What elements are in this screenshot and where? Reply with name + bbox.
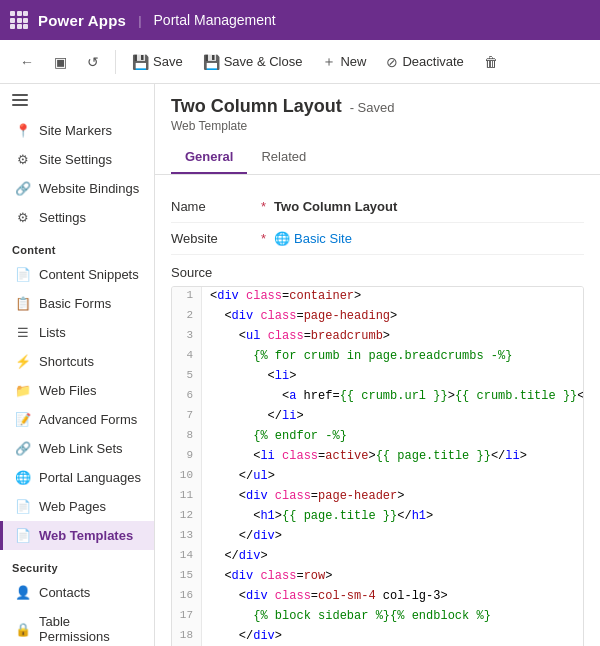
line-code: {% block sidebar %}{% endblock %}	[202, 607, 499, 627]
website-value: Basic Site	[294, 231, 352, 246]
back-button[interactable]: ←	[12, 49, 42, 75]
page-tabs: General Related	[171, 141, 584, 174]
content-snippets-icon: 📄	[15, 267, 31, 282]
line-number: 18	[172, 627, 202, 646]
tab-related[interactable]: Related	[247, 141, 320, 174]
portal-name: Portal Management	[154, 12, 276, 28]
page-view-button[interactable]: ▣	[46, 49, 75, 75]
code-line: 7 </li>	[172, 407, 583, 427]
page-header: Two Column Layout - Saved Web Template G…	[155, 84, 600, 175]
code-line: 15 <div class=row>	[172, 567, 583, 587]
line-number: 4	[172, 347, 202, 367]
sidebar-item-label: Content Snippets	[39, 267, 139, 282]
sidebar-item-content-snippets[interactable]: 📄 Content Snippets	[0, 260, 154, 289]
line-number: 17	[172, 607, 202, 627]
delete-icon: 🗑	[484, 54, 498, 70]
sidebar-item-web-link-sets[interactable]: 🔗 Web Link Sets	[0, 434, 154, 463]
sidebar-item-label: Contacts	[39, 585, 90, 600]
sidebar-item-website-bindings[interactable]: 🔗 Website Bindings	[0, 174, 154, 203]
line-number: 2	[172, 307, 202, 327]
sidebar-item-label: Web Files	[39, 383, 97, 398]
website-required: *	[261, 231, 266, 246]
code-line: 9 <li class=active>{{ page.title }}</li>	[172, 447, 583, 467]
sidebar-item-label: Portal Languages	[39, 470, 141, 485]
source-label: Source	[171, 265, 584, 280]
line-number: 11	[172, 487, 202, 507]
line-number: 13	[172, 527, 202, 547]
code-line: 8 {% endfor -%}	[172, 427, 583, 447]
topbar: Power Apps | Portal Management	[0, 0, 600, 40]
sidebar-toggle[interactable]	[0, 84, 154, 116]
content-section-label: Content	[0, 232, 154, 260]
sidebar-item-basic-forms[interactable]: 📋 Basic Forms	[0, 289, 154, 318]
code-line: 18 </div>	[172, 627, 583, 646]
grid-icon[interactable]	[10, 11, 28, 29]
sidebar: 📍 Site Markers ⚙ Site Settings 🔗 Website…	[0, 84, 155, 646]
globe-icon: 🌐	[274, 231, 290, 246]
line-code: <li>	[202, 367, 304, 387]
website-bindings-icon: 🔗	[15, 181, 31, 196]
sidebar-item-label: Site Settings	[39, 152, 112, 167]
sidebar-item-site-settings[interactable]: ⚙ Site Settings	[0, 145, 154, 174]
code-line: 2 <div class=page-heading>	[172, 307, 583, 327]
delete-button[interactable]: 🗑	[476, 49, 506, 75]
advanced-forms-icon: 📝	[15, 412, 31, 427]
form-area: Name * Two Column Layout Website * 🌐 Bas…	[155, 175, 600, 255]
sidebar-item-web-templates[interactable]: 📄 Web Templates	[0, 521, 154, 550]
line-code: {% for crumb in page.breadcrumbs -%}	[202, 347, 520, 367]
code-line: 1<div class=container>	[172, 287, 583, 307]
code-line: 12 <h1>{{ page.title }}</h1>	[172, 507, 583, 527]
site-settings-icon: ⚙	[15, 152, 31, 167]
line-code: <div class=container>	[202, 287, 369, 307]
sidebar-item-contacts[interactable]: 👤 Contacts	[0, 578, 154, 607]
code-line: 4 {% for crumb in page.breadcrumbs -%}	[172, 347, 583, 367]
sidebar-item-site-markers[interactable]: 📍 Site Markers	[0, 116, 154, 145]
sidebar-item-lists[interactable]: ☰ Lists	[0, 318, 154, 347]
line-code: </div>	[202, 627, 290, 646]
line-code: </li>	[202, 407, 312, 427]
sidebar-item-settings[interactable]: ⚙ Settings	[0, 203, 154, 232]
line-number: 15	[172, 567, 202, 587]
site-markers-icon: 📍	[15, 123, 31, 138]
refresh-button[interactable]: ↺	[79, 49, 107, 75]
line-code: {% endfor -%}	[202, 427, 355, 447]
save-button[interactable]: 💾 Save	[124, 49, 191, 75]
page-icon: ▣	[54, 54, 67, 70]
line-code: <ul class=breadcrumb>	[202, 327, 398, 347]
sidebar-item-web-pages[interactable]: 📄 Web Pages	[0, 492, 154, 521]
layout: 📍 Site Markers ⚙ Site Settings 🔗 Website…	[0, 84, 600, 646]
name-required: *	[261, 199, 266, 214]
line-code: <div class=col-sm-4 col-lg-3>	[202, 587, 456, 607]
line-number: 1	[172, 287, 202, 307]
form-row-website: Website * 🌐 Basic Site	[171, 223, 584, 255]
shortcuts-icon: ⚡	[15, 354, 31, 369]
new-button[interactable]: ＋ New	[314, 48, 374, 76]
sidebar-item-advanced-forms[interactable]: 📝 Advanced Forms	[0, 405, 154, 434]
deactivate-button[interactable]: ⊘ Deactivate	[378, 49, 471, 75]
line-number: 10	[172, 467, 202, 487]
main-content: Two Column Layout - Saved Web Template G…	[155, 84, 600, 646]
line-number: 12	[172, 507, 202, 527]
sidebar-item-web-files[interactable]: 📁 Web Files	[0, 376, 154, 405]
code-line: 17 {% block sidebar %}{% endblock %}	[172, 607, 583, 627]
save-close-button[interactable]: 💾 Save & Close	[195, 49, 311, 75]
portal-languages-icon: 🌐	[15, 470, 31, 485]
sidebar-item-label: Shortcuts	[39, 354, 94, 369]
page-subtitle: Web Template	[171, 119, 584, 133]
sidebar-item-label: Advanced Forms	[39, 412, 137, 427]
sidebar-item-portal-languages[interactable]: 🌐 Portal Languages	[0, 463, 154, 492]
website-link[interactable]: 🌐 Basic Site	[274, 231, 352, 246]
code-line: 14 </div>	[172, 547, 583, 567]
web-files-icon: 📁	[15, 383, 31, 398]
sidebar-item-table-permissions[interactable]: 🔒 Table Permissions	[0, 607, 154, 646]
line-number: 5	[172, 367, 202, 387]
tab-general[interactable]: General	[171, 141, 247, 174]
app-name: Power Apps	[38, 12, 126, 29]
new-icon: ＋	[322, 53, 336, 71]
code-block[interactable]: 1<div class=container>2 <div class=page-…	[171, 286, 584, 646]
sidebar-item-shortcuts[interactable]: ⚡ Shortcuts	[0, 347, 154, 376]
sidebar-item-label: Site Markers	[39, 123, 112, 138]
save-icon: 💾	[132, 54, 149, 70]
line-number: 3	[172, 327, 202, 347]
code-line: 13 </div>	[172, 527, 583, 547]
